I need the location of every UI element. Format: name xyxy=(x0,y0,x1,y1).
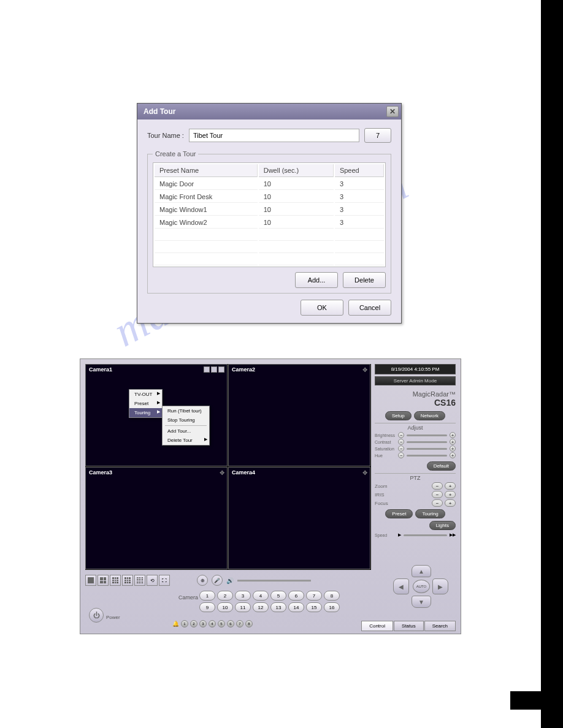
preset-button[interactable]: Preset xyxy=(385,509,413,518)
camera-1-button[interactable]: 1 xyxy=(199,591,215,601)
camera-pane-1[interactable]: Camera1 TV-OUT▶ Preset▶ Touring▶ Run (Ti… xyxy=(85,364,228,466)
mode-display[interactable]: Server Admin Mode xyxy=(375,376,456,385)
tour-number-button[interactable]: 7 xyxy=(364,128,391,143)
alarm-8[interactable]: 8 xyxy=(245,620,253,628)
camera-3-button[interactable]: 3 xyxy=(235,591,251,601)
zoom-in-button[interactable]: + xyxy=(445,482,456,490)
table-row[interactable]: Magic Front Desk103 xyxy=(155,191,384,203)
camera-2-button[interactable]: 2 xyxy=(217,591,233,601)
iris-close-button[interactable]: − xyxy=(432,491,443,498)
dpad-up-button[interactable]: ▲ xyxy=(412,565,431,577)
col-dwell[interactable]: Dwell (sec.) xyxy=(259,164,334,177)
tour-name-input[interactable] xyxy=(189,129,359,142)
table-row[interactable]: Magic Door103 xyxy=(155,178,384,190)
ctx-preset[interactable]: Preset▶ xyxy=(129,399,162,408)
contrast-slider[interactable]: Contrast−+ xyxy=(375,439,456,445)
layout-3x3-button[interactable] xyxy=(110,575,121,586)
camera-8-button[interactable]: 8 xyxy=(324,591,340,601)
add-button[interactable]: Add... xyxy=(295,272,338,288)
camera-14-button[interactable]: 14 xyxy=(288,602,304,612)
move-icon[interactable]: ✥ xyxy=(220,469,224,476)
plus-icon[interactable]: + xyxy=(450,432,456,438)
sub-delete-tour[interactable]: Delete Tour▶ xyxy=(163,436,209,445)
table-row[interactable]: Magic Window1103 xyxy=(155,204,384,216)
default-button[interactable]: Default xyxy=(427,461,456,471)
snapshot-button[interactable]: ⊕ xyxy=(197,575,208,586)
alarm-6[interactable]: 6 xyxy=(227,620,234,628)
minus-icon[interactable]: − xyxy=(398,446,404,452)
alarm-1[interactable]: 1 xyxy=(181,620,188,628)
camera-6-button[interactable]: 6 xyxy=(288,591,304,601)
dpad-down-button[interactable]: ▼ xyxy=(412,596,431,608)
power-button[interactable]: ⏻ xyxy=(89,608,104,623)
ctx-tvout[interactable]: TV-OUT▶ xyxy=(129,390,162,399)
camera-9-button[interactable]: 9 xyxy=(199,602,215,612)
mic-button[interactable]: 🎤 xyxy=(212,575,223,586)
alarm-2[interactable]: 2 xyxy=(190,620,197,628)
alarm-3[interactable]: 3 xyxy=(199,620,207,628)
tab-control[interactable]: Control xyxy=(361,621,393,631)
plus-icon[interactable]: + xyxy=(450,446,456,452)
touring-button[interactable]: Touring xyxy=(415,509,445,518)
sub-add-tour[interactable]: Add Tour... xyxy=(163,427,209,436)
camera-4-button[interactable]: 4 xyxy=(253,591,269,601)
layout-fullscreen-button[interactable]: ⛶ xyxy=(159,575,170,586)
dpad-left-button[interactable]: ◀ xyxy=(393,578,409,594)
move-icon[interactable]: ✥ xyxy=(362,366,367,373)
col-preset-name[interactable]: Preset Name xyxy=(155,164,258,177)
focus-near-button[interactable]: − xyxy=(432,499,443,507)
volume-slider[interactable] xyxy=(237,580,311,582)
camera-12-button[interactable]: 12 xyxy=(253,602,269,612)
network-button[interactable]: Network xyxy=(414,411,445,420)
saturation-slider[interactable]: Saturation−+ xyxy=(375,446,456,452)
camera-16-button[interactable]: 16 xyxy=(324,602,340,612)
setup-button[interactable]: Setup xyxy=(385,411,412,420)
camera-10-button[interactable]: 10 xyxy=(217,602,233,612)
dialog-titlebar[interactable]: Add Tour ✕ xyxy=(137,104,401,119)
close-button[interactable]: ✕ xyxy=(386,106,399,117)
move-icon[interactable]: ✥ xyxy=(362,469,367,476)
camera-13-button[interactable]: 13 xyxy=(270,602,286,612)
iris-open-button[interactable]: + xyxy=(445,491,456,498)
camera-move-icon[interactable] xyxy=(218,366,224,373)
lights-button[interactable]: Lights xyxy=(429,521,456,530)
camera-pane-4[interactable]: Camera4 ✥ xyxy=(228,467,370,569)
layout-2x2-button[interactable] xyxy=(98,575,109,586)
plus-icon[interactable]: + xyxy=(450,452,456,458)
layout-4x4-button[interactable] xyxy=(134,575,145,586)
camera-7-button[interactable]: 7 xyxy=(306,591,322,601)
alarm-4[interactable]: 4 xyxy=(209,620,216,628)
alarm-5[interactable]: 5 xyxy=(218,620,225,628)
zoom-out-button[interactable]: − xyxy=(432,482,443,490)
delete-button[interactable]: Delete xyxy=(343,272,386,288)
tab-status[interactable]: Status xyxy=(394,621,424,631)
minus-icon[interactable]: − xyxy=(398,432,404,438)
speed-slider[interactable]: Speed▶▶▶ xyxy=(375,533,456,537)
dpad-auto-button[interactable]: AUTO xyxy=(413,580,430,593)
col-speed[interactable]: Speed xyxy=(335,164,384,177)
camera-pane-3[interactable]: Camera3 ✥ xyxy=(85,467,228,569)
minus-icon[interactable]: − xyxy=(398,439,404,445)
plus-icon[interactable]: + xyxy=(450,439,456,445)
camera-15-button[interactable]: 15 xyxy=(306,602,322,612)
camera-rec-icon[interactable] xyxy=(204,366,210,373)
focus-far-button[interactable]: + xyxy=(445,499,456,507)
ctx-touring[interactable]: Touring▶ xyxy=(129,408,162,417)
camera-pane-2[interactable]: Camera2 ✥ xyxy=(228,364,370,466)
sub-stop-touring[interactable]: Stop Touring xyxy=(163,415,209,425)
cancel-button[interactable]: Cancel xyxy=(348,300,391,316)
brightness-slider[interactable]: Brightness−+ xyxy=(375,432,456,438)
sub-run-tour[interactable]: Run (Tibet tour) xyxy=(163,406,209,415)
camera-11-button[interactable]: 11 xyxy=(235,602,251,612)
layout-8-button[interactable] xyxy=(122,575,133,586)
dpad-right-button[interactable]: ▶ xyxy=(432,578,448,594)
ok-button[interactable]: OK xyxy=(301,300,343,316)
tab-search[interactable]: Search xyxy=(424,621,456,631)
camera-ptz-icon[interactable] xyxy=(211,366,217,373)
preset-table[interactable]: Preset Name Dwell (sec.) Speed Magic Doo… xyxy=(153,162,386,267)
layout-1x1-button[interactable] xyxy=(85,575,96,586)
layout-rotate-button[interactable]: ⟲ xyxy=(147,575,158,586)
minus-icon[interactable]: − xyxy=(398,452,404,458)
camera-5-button[interactable]: 5 xyxy=(270,591,286,601)
hue-slider[interactable]: Hue−+ xyxy=(375,452,456,458)
